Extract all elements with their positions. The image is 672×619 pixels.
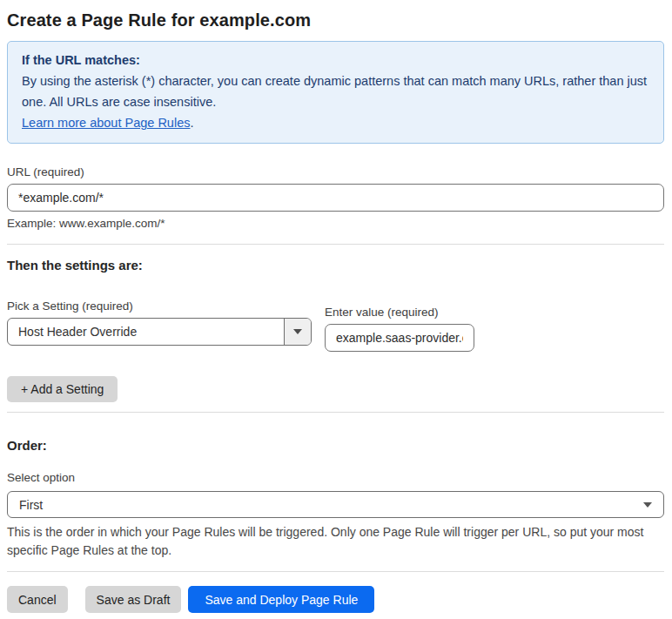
setting-select-label: Pick a Setting (required) (7, 299, 312, 313)
info-box-link-line: Learn more about Page Rules. (22, 112, 649, 133)
setting-value-column: Enter value (required) (325, 306, 474, 352)
url-field-helper: Example: www.example.com/* (7, 217, 664, 231)
setting-select-column: Pick a Setting (required) Host Header Ov… (7, 299, 312, 346)
save-and-deploy-button[interactable]: Save and Deploy Page Rule (188, 586, 374, 613)
setting-select-arrow-button[interactable] (284, 319, 311, 345)
setting-row: Pick a Setting (required) Host Header Ov… (7, 299, 664, 352)
url-match-info-box: If the URL matches: By using the asteris… (7, 41, 664, 144)
divider (7, 571, 664, 572)
dropdown-arrow-icon (293, 329, 302, 334)
link-period: . (190, 116, 193, 130)
create-page-rule-form: Create a Page Rule for example.com If th… (0, 0, 672, 619)
info-box-heading: If the URL matches: (22, 50, 649, 71)
setting-select[interactable]: Host Header Override (7, 318, 312, 346)
learn-more-link[interactable]: Learn more about Page Rules (22, 116, 190, 130)
setting-select-value: Host Header Override (8, 319, 284, 345)
page-title: Create a Page Rule for example.com (7, 9, 664, 31)
order-helper-text: This is the order in which your Page Rul… (7, 523, 662, 560)
url-input[interactable] (7, 184, 664, 212)
add-setting-button[interactable]: + Add a Setting (7, 376, 118, 402)
order-select[interactable]: First (7, 491, 664, 518)
order-select-value: First (19, 498, 43, 512)
footer-button-row: Cancel Save as Draft Save and Deploy Pag… (7, 586, 664, 613)
chevron-down-icon (643, 502, 652, 508)
divider (7, 244, 664, 245)
order-select-label: Select option (7, 471, 664, 485)
save-as-draft-button[interactable]: Save as Draft (85, 586, 182, 613)
order-section-heading: Order: (7, 437, 664, 454)
setting-value-input[interactable] (325, 324, 474, 352)
info-box-body: By using the asterisk (*) character, you… (22, 71, 649, 112)
divider (7, 412, 664, 413)
settings-section-heading: Then the settings are: (7, 257, 664, 274)
setting-value-label: Enter value (required) (325, 306, 474, 320)
cancel-button[interactable]: Cancel (7, 586, 68, 613)
url-field-label: URL (required) (7, 165, 664, 179)
